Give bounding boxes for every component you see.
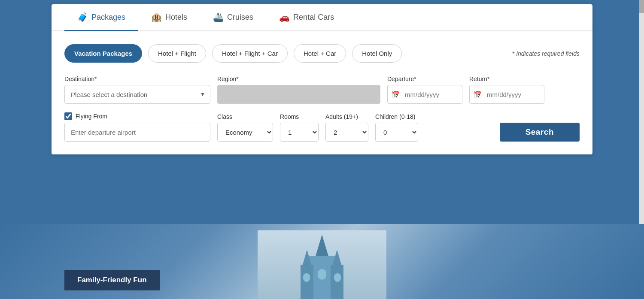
children-select[interactable]: 0 1 2 3 4 5 xyxy=(375,123,418,142)
return-label: Return* xyxy=(469,76,544,82)
bg-bottom: Family-Friendly Fun xyxy=(0,224,644,299)
svg-rect-9 xyxy=(334,273,341,282)
adults-select[interactable]: 1 2 3 4 5 6 xyxy=(325,123,368,142)
flying-from-label-row: Flying From xyxy=(64,112,210,120)
destination-wrapper: Please select a destination ▼ xyxy=(64,85,210,104)
tab-hotels[interactable]: 🏨 Hotels xyxy=(138,4,200,31)
rooms-label: Rooms xyxy=(280,113,319,120)
package-section: Vacation Packages Hotel + Flight Hotel +… xyxy=(52,31,592,67)
btn-hotel-flight[interactable]: Hotel + Flight xyxy=(148,44,206,63)
rooms-group: Rooms 1 2 3 4 5 xyxy=(280,113,319,142)
rental-cars-icon: 🚗 xyxy=(279,12,290,22)
package-buttons: Vacation Packages Hotel + Flight Hotel +… xyxy=(64,44,580,63)
return-group: Return* 📅 xyxy=(469,76,544,104)
region-label: Region* xyxy=(217,76,380,82)
tab-hotels-label: Hotels xyxy=(165,13,187,22)
nav-tabs: 🧳 Packages 🏨 Hotels 🚢 Cruises 🚗 Rental C… xyxy=(52,4,592,31)
class-group: Class Economy Business First Class xyxy=(217,113,273,142)
svg-rect-3 xyxy=(331,265,343,299)
required-note: * Indicates required fields xyxy=(512,50,580,57)
departure-input[interactable] xyxy=(387,85,462,104)
hotels-icon: 🏨 xyxy=(151,12,162,22)
search-button[interactable]: Search xyxy=(500,123,580,142)
castle-image xyxy=(258,230,386,299)
btn-hotel-car[interactable]: Hotel + Car xyxy=(294,44,346,63)
departure-date-wrapper: 📅 xyxy=(387,85,462,104)
tab-rental-cars[interactable]: 🚗 Rental Cars xyxy=(266,4,347,31)
svg-rect-8 xyxy=(303,273,310,282)
tab-packages[interactable]: 🧳 Packages xyxy=(64,4,138,31)
flying-from-label: Flying From xyxy=(76,113,107,120)
btn-vacation-packages[interactable]: Vacation Packages xyxy=(64,44,142,63)
flying-from-group: Flying From xyxy=(64,112,210,142)
tab-packages-label: Packages xyxy=(91,13,125,22)
departure-group: Departure* 📅 xyxy=(387,76,462,104)
tab-cruises-label: Cruises xyxy=(227,13,253,22)
destination-label: Destination* xyxy=(64,76,210,82)
banner-label: Family-Friendly Fun xyxy=(64,270,160,290)
children-group: Children (0-18) 0 1 2 3 4 5 xyxy=(375,113,418,142)
btn-hotel-only[interactable]: Hotel Only xyxy=(352,44,402,63)
flying-from-input[interactable] xyxy=(64,123,210,142)
adults-group: Adults (19+) 1 2 3 4 5 6 xyxy=(325,113,368,142)
children-label: Children (0-18) xyxy=(375,113,418,120)
tab-cruises[interactable]: 🚢 Cruises xyxy=(200,4,266,31)
form-row-1: Destination* Please select a destination… xyxy=(52,67,592,108)
packages-icon: 🧳 xyxy=(77,12,88,22)
destination-group: Destination* Please select a destination… xyxy=(64,76,210,104)
adults-label: Adults (19+) xyxy=(325,113,368,120)
svg-rect-7 xyxy=(318,269,326,280)
return-date-wrapper: 📅 xyxy=(469,85,544,104)
rooms-select[interactable]: 1 2 3 4 5 xyxy=(280,123,319,142)
tab-rental-cars-label: Rental Cars xyxy=(293,13,334,22)
btn-hotel-flight-car[interactable]: Hotel + Flight + Car xyxy=(212,44,288,63)
region-group: Region* xyxy=(217,76,380,104)
departure-label: Departure* xyxy=(387,76,462,82)
cruises-icon: 🚢 xyxy=(213,12,224,22)
svg-rect-2 xyxy=(301,265,313,299)
destination-select[interactable]: Please select a destination xyxy=(64,85,210,104)
form-row-2: Flying From Class Economy Business First… xyxy=(52,108,592,154)
return-input[interactable] xyxy=(469,85,544,104)
scrollbar-thumb[interactable] xyxy=(639,0,644,13)
class-label: Class xyxy=(217,113,273,120)
region-input[interactable] xyxy=(217,85,380,104)
flying-from-checkbox[interactable] xyxy=(64,112,72,120)
class-select[interactable]: Economy Business First Class xyxy=(217,123,273,142)
main-card: 🧳 Packages 🏨 Hotels 🚢 Cruises 🚗 Rental C… xyxy=(52,4,592,154)
